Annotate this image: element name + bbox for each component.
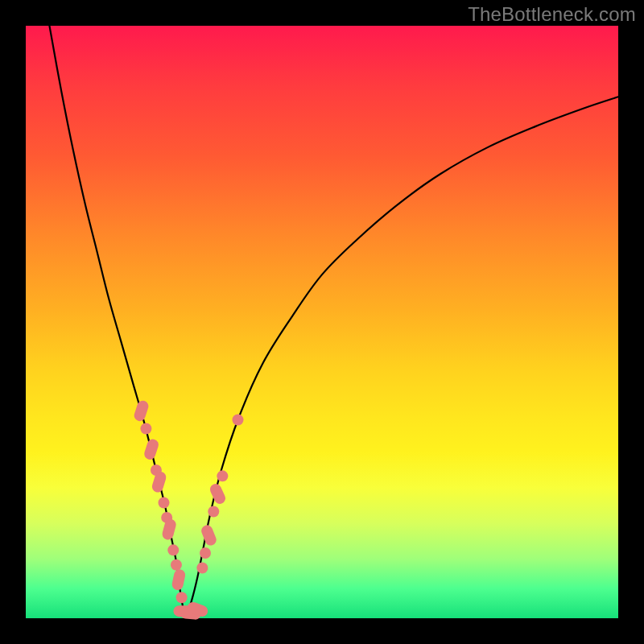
data-marker-pill: [200, 523, 218, 547]
data-marker-dot: [167, 544, 179, 555]
data-marker-dot: [208, 506, 219, 518]
data-marker-pill: [171, 568, 186, 591]
data-marker-dot: [217, 470, 228, 481]
data-marker-pill: [208, 482, 228, 506]
right-branch-curve: [186, 97, 618, 618]
data-marker-dot: [200, 547, 211, 559]
data-marker-dot: [171, 559, 182, 571]
data-marker-dot: [140, 423, 151, 434]
marker-group: [133, 399, 244, 620]
data-marker-dot: [158, 497, 169, 508]
data-marker-dot: [232, 414, 243, 425]
plot-area: [26, 26, 618, 618]
chart-svg: [26, 26, 618, 618]
chart-frame: TheBottleneck.com: [0, 0, 644, 644]
data-marker-pill: [133, 399, 150, 423]
watermark-text: TheBottleneck.com: [468, 3, 636, 26]
data-marker-dot: [196, 562, 208, 573]
data-marker-pill: [142, 438, 159, 461]
data-marker-dot: [176, 592, 188, 603]
